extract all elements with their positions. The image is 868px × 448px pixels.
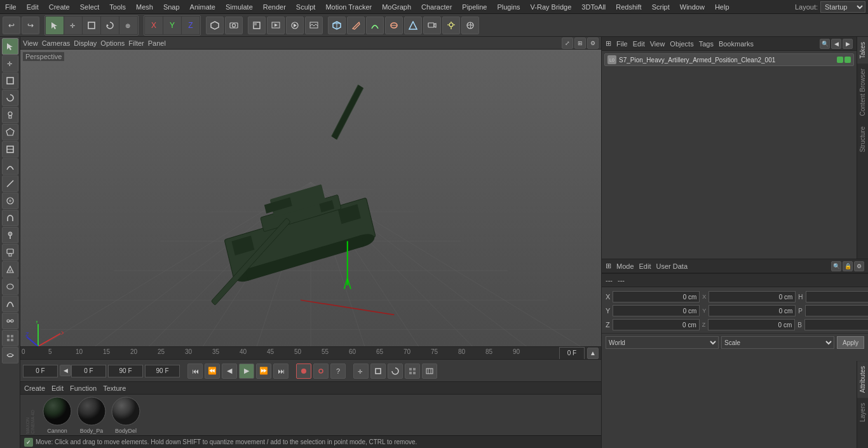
menu-file[interactable]: File — [0, 2, 22, 12]
vtab-content-browser[interactable]: Content Browser — [857, 64, 868, 121]
vtab-attributes[interactable]: Attributes — [857, 361, 868, 398]
sidebar-deform-btn[interactable] — [2, 278, 18, 295]
attrs-menu-mode[interactable]: Mode — [616, 262, 634, 270]
scale-select[interactable]: Scale Size — [721, 336, 834, 349]
light-btn[interactable] — [442, 17, 460, 34]
frame-up-btn[interactable]: ▲ — [587, 348, 599, 359]
layout-dropdown[interactable]: Startup Standard — [820, 1, 865, 13]
sidebar-magnet-btn[interactable] — [2, 210, 18, 226]
viewport-maximize-btn[interactable]: ⤢ — [562, 37, 573, 49]
go-end-btn[interactable]: ⏭ — [273, 363, 288, 379]
coord-z-pos[interactable] — [613, 319, 700, 330]
scene-btn[interactable] — [461, 17, 479, 34]
redo-button[interactable]: ↪ — [22, 17, 39, 34]
viewport-scene[interactable]: Perspective Grid Spacing : 1000 cm X Y — [20, 50, 601, 346]
viewport-menu-options[interactable]: Options — [100, 39, 125, 47]
render-preview-btn[interactable] — [267, 17, 285, 34]
menu-motion-tracker[interactable]: Motion Tracker — [320, 2, 377, 12]
record-btn[interactable] — [296, 363, 311, 379]
render-region-btn[interactable] — [248, 17, 266, 34]
dope-sheet-btn[interactable] — [422, 363, 437, 379]
attrs-menu-edit[interactable]: Edit — [639, 262, 651, 270]
sidebar-attract-btn[interactable] — [2, 261, 18, 278]
material-item-bodydel[interactable]: BodyDel — [111, 396, 141, 434]
sidebar-last-btn[interactable] — [2, 347, 18, 363]
sidebar-spline-btn[interactable] — [2, 295, 18, 312]
palette-key-btn[interactable] — [405, 363, 420, 379]
menu-create[interactable]: Create — [44, 2, 75, 12]
go-start-btn[interactable]: ⏮ — [187, 363, 203, 379]
coord-x-pos[interactable] — [613, 291, 700, 302]
environment-btn[interactable] — [404, 17, 422, 34]
end-frame-field[interactable] — [108, 365, 143, 377]
menu-vray[interactable]: V-Ray Bridge — [526, 2, 577, 12]
attrs-search-btn[interactable]: 🔍 — [831, 261, 841, 271]
menu-window[interactable]: Window — [675, 2, 710, 12]
material-menu-create[interactable]: Create — [24, 384, 45, 392]
y-axis-btn[interactable]: Y — [163, 17, 181, 34]
sidebar-paint2-btn[interactable] — [2, 227, 18, 243]
transform-tool-btn[interactable]: ⊕ — [119, 17, 137, 34]
nurbs-btn[interactable] — [366, 17, 384, 34]
objects-menu-file[interactable]: File — [616, 40, 628, 48]
menu-mograph[interactable]: MoGraph — [377, 2, 416, 12]
menu-redshift[interactable]: Redshift — [611, 2, 646, 12]
viewport-menu-panel[interactable]: Panel — [148, 39, 166, 47]
sidebar-scale-btn[interactable] — [2, 72, 18, 89]
sidebar-brush-btn[interactable] — [2, 193, 18, 209]
menu-3dtoall[interactable]: 3DToAll — [576, 2, 611, 12]
objects-nav-back-btn[interactable]: ◀ — [831, 39, 841, 49]
sidebar-polygon-btn[interactable] — [2, 124, 18, 140]
undo-button[interactable]: ↩ — [3, 17, 20, 34]
objects-menu-objects[interactable]: Objects — [670, 40, 693, 48]
autokey-btn[interactable] — [313, 363, 329, 379]
x-axis-btn[interactable]: X — [145, 17, 163, 34]
attrs-menu-userdata[interactable]: User Data — [656, 262, 688, 270]
main-viewport[interactable]: View Cameras Display Options Filter Pane… — [20, 37, 601, 346]
render-active-btn[interactable] — [286, 17, 304, 34]
menu-snap[interactable]: Snap — [158, 2, 185, 12]
help-btn[interactable]: ? — [330, 363, 346, 379]
menu-help[interactable]: Help — [710, 2, 735, 12]
step-back-frame-btn[interactable]: ⏪ — [205, 363, 220, 379]
deformer-btn[interactable] — [385, 17, 403, 34]
timeline-ruler[interactable]: 0 5 10 15 20 25 30 35 40 45 50 55 60 65 … — [20, 347, 601, 360]
world-select[interactable]: World Local Object — [606, 336, 719, 349]
viewport-menu-cameras[interactable]: Cameras — [42, 39, 71, 47]
coord-z-rot[interactable] — [708, 319, 795, 330]
sidebar-select-btn[interactable] — [2, 38, 18, 55]
move-tool-btn[interactable]: ✛ — [64, 17, 82, 34]
viewport-menu-filter[interactable]: Filter — [128, 39, 144, 47]
sidebar-move-btn[interactable]: ✛ — [2, 55, 18, 72]
menu-plugins[interactable]: Plugins — [492, 2, 525, 12]
b-rot[interactable] — [804, 319, 868, 330]
render-picture-btn[interactable] — [305, 17, 323, 34]
coord-y-pos[interactable] — [613, 305, 700, 316]
coord-x-rot[interactable] — [709, 291, 796, 302]
move-key-btn[interactable]: ✛ — [353, 363, 369, 379]
model-btn[interactable] — [206, 17, 224, 34]
menu-character[interactable]: Character — [416, 2, 457, 12]
vtab-takes[interactable]: Takes — [857, 37, 868, 64]
sidebar-smooth-btn[interactable] — [2, 158, 18, 175]
camera-btn[interactable] — [423, 17, 441, 34]
play-forward-btn[interactable]: ▶ — [239, 363, 254, 379]
select-tool-btn[interactable] — [46, 17, 64, 34]
objects-menu-bookmarks[interactable]: Bookmarks — [719, 40, 754, 48]
apply-button[interactable]: Apply — [837, 336, 864, 349]
menu-tools[interactable]: Tools — [104, 2, 131, 12]
objects-nav-fwd-btn[interactable]: ▶ — [843, 39, 853, 49]
objects-menu-view[interactable]: View — [650, 40, 665, 48]
sidebar-extra-btn[interactable] — [2, 330, 18, 346]
camera-toggle-btn[interactable] — [225, 17, 243, 34]
coord-y-rot[interactable] — [709, 305, 796, 316]
viewport-menu-view[interactable]: View — [23, 39, 38, 47]
objects-menu-tags[interactable]: Tags — [699, 40, 714, 48]
vtab-structure[interactable]: Structure — [857, 121, 868, 158]
step-forward-frame-btn[interactable]: ⏩ — [256, 363, 271, 379]
rotate-tool-btn[interactable] — [101, 17, 119, 34]
attrs-lock-btn[interactable]: 🔒 — [843, 261, 853, 271]
material-item-bodypa[interactable]: Body_Pa — [76, 396, 107, 434]
sidebar-rotate-btn[interactable] — [2, 90, 18, 106]
step-back-btn[interactable]: ◀ — [60, 365, 71, 376]
